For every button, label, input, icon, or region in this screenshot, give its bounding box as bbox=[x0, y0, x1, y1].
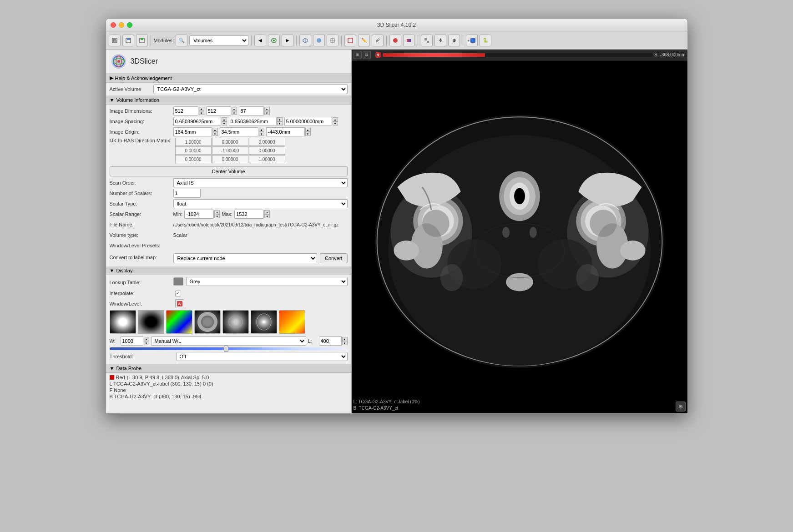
origin-x-down[interactable]: ▼ bbox=[212, 132, 218, 136]
ext-btn1[interactable]: + bbox=[466, 35, 478, 46]
origin-y-down[interactable]: ▼ bbox=[259, 132, 264, 136]
gradient-btn[interactable] bbox=[403, 35, 415, 46]
dim-z-up[interactable]: ▲ bbox=[264, 107, 270, 111]
edit-btn[interactable] bbox=[344, 35, 356, 46]
spacing-x-down[interactable]: ▼ bbox=[222, 121, 227, 125]
origin-y-up[interactable]: ▲ bbox=[259, 128, 264, 132]
preset-color-thumb[interactable] bbox=[166, 310, 192, 334]
spacing-x-up[interactable]: ▲ bbox=[222, 117, 227, 121]
minimize-button[interactable] bbox=[119, 22, 124, 28]
max-down[interactable]: ▼ bbox=[264, 214, 270, 218]
nav-forward-btn[interactable]: ▶ bbox=[282, 35, 293, 46]
min-up[interactable]: ▲ bbox=[214, 210, 220, 214]
dim-x-down[interactable]: ▼ bbox=[199, 111, 204, 115]
preset-ct-thumb[interactable] bbox=[110, 310, 136, 334]
scan-toggle-btn[interactable]: ⊞ bbox=[354, 51, 362, 59]
convert-button[interactable]: Convert bbox=[320, 253, 348, 263]
display-section-header[interactable]: ▼ Display bbox=[106, 266, 351, 275]
save-btn-1[interactable] bbox=[109, 35, 121, 46]
scalar-type-dropdown[interactable]: float bbox=[173, 199, 348, 208]
dim-z-down[interactable]: ▼ bbox=[264, 111, 270, 115]
image-origin-row: Image Origin: ▲▼ ▲▼ ▲▼ bbox=[110, 127, 348, 136]
preset-ct2-thumb[interactable] bbox=[194, 310, 221, 334]
lookup-color-swatch[interactable] bbox=[173, 277, 183, 286]
num-scalars-label: Number of Scalars: bbox=[110, 191, 173, 196]
preset-thermal-thumb[interactable] bbox=[279, 310, 305, 334]
modules-dropdown[interactable]: Volumes bbox=[189, 35, 248, 45]
preset-bone-thumb[interactable] bbox=[138, 310, 164, 334]
dim-y-input[interactable] bbox=[206, 106, 231, 115]
wl-slider-handle[interactable] bbox=[224, 346, 228, 352]
l-up[interactable]: ▲ bbox=[342, 337, 348, 341]
dim-x-up[interactable]: ▲ bbox=[199, 107, 204, 111]
close-button[interactable] bbox=[111, 22, 116, 28]
scan-progress-bar[interactable] bbox=[383, 53, 652, 57]
paint-btn[interactable]: 🖊 bbox=[372, 35, 384, 46]
max-up[interactable]: ▲ bbox=[264, 210, 270, 214]
wl-row: Window/Level: W bbox=[110, 299, 348, 308]
maximize-button[interactable] bbox=[127, 22, 132, 28]
min-down[interactable]: ▼ bbox=[214, 214, 220, 218]
w-value-input[interactable] bbox=[121, 336, 143, 346]
wl-icon[interactable]: W bbox=[175, 299, 184, 308]
spacing-x-input[interactable] bbox=[173, 117, 221, 126]
render-btn[interactable] bbox=[313, 35, 325, 46]
origin-x-up[interactable]: ▲ bbox=[212, 128, 218, 132]
threshold-dropdown[interactable]: Off bbox=[176, 352, 348, 361]
dim-z-input[interactable] bbox=[239, 106, 264, 115]
max-input[interactable] bbox=[234, 210, 264, 219]
center-volume-button[interactable]: Center Volume bbox=[110, 166, 348, 176]
slice-btn1[interactable] bbox=[421, 35, 433, 46]
spacing-z-down[interactable]: ▼ bbox=[333, 121, 338, 125]
color-btn[interactable] bbox=[389, 35, 401, 46]
spacing-z-up[interactable]: ▲ bbox=[333, 117, 338, 121]
origin-z-down[interactable]: ▼ bbox=[305, 132, 311, 136]
preset-chest-thumb[interactable] bbox=[251, 310, 277, 334]
dim-z-field: ▲▼ bbox=[239, 106, 270, 115]
wl-slider[interactable] bbox=[110, 347, 348, 350]
fiducial-btn[interactable] bbox=[327, 35, 338, 46]
dim-y-up[interactable]: ▲ bbox=[232, 107, 237, 111]
origin-z-up[interactable]: ▲ bbox=[305, 128, 311, 132]
num-scalars-row: Number of Scalars: bbox=[110, 189, 348, 198]
data-probe-header[interactable]: ▼ Data Probe bbox=[106, 364, 351, 373]
w-up[interactable]: ▲ bbox=[144, 337, 149, 341]
save-btn-3[interactable] bbox=[136, 35, 148, 46]
min-input[interactable] bbox=[184, 210, 214, 219]
search-icon[interactable]: 🔍 bbox=[176, 35, 187, 46]
lookup-dropdown[interactable]: Grey bbox=[186, 277, 348, 286]
home-btn[interactable] bbox=[268, 35, 280, 46]
active-volume-dropdown[interactable]: TCGA-G2-A3VY_ct bbox=[153, 84, 348, 94]
crosshair-btn[interactable]: ✛ bbox=[434, 35, 446, 46]
nav-back-btn[interactable]: ◀ bbox=[254, 35, 266, 46]
spacing-y-input[interactable] bbox=[229, 117, 277, 126]
crosshair2-btn[interactable]: ⊕ bbox=[448, 35, 460, 46]
dim-x-input[interactable] bbox=[173, 106, 198, 115]
spacing-y-up[interactable]: ▲ bbox=[277, 117, 283, 121]
origin-z-input[interactable] bbox=[266, 127, 305, 136]
python-btn[interactable]: 🐍 bbox=[480, 35, 491, 46]
pencil-btn[interactable]: ✏️ bbox=[358, 35, 370, 46]
spacing-z-input[interactable] bbox=[284, 117, 332, 126]
interpolate-checkbox[interactable]: ✓ bbox=[175, 291, 181, 296]
w-down[interactable]: ▼ bbox=[144, 341, 149, 345]
convert-row: Convert to label map: Replace current no… bbox=[110, 251, 348, 263]
wl-mode-dropdown[interactable]: Manual W/L bbox=[151, 336, 306, 346]
preset-brain-thumb[interactable] bbox=[222, 310, 249, 334]
num-scalars-input[interactable] bbox=[173, 189, 201, 198]
volume-info-header[interactable]: ▼ Volume Information bbox=[106, 96, 351, 105]
origin-y-input[interactable] bbox=[220, 127, 258, 136]
scan-order-dropdown[interactable]: Axial IS bbox=[173, 178, 348, 187]
scan-fit-btn[interactable]: ⊡ bbox=[363, 51, 371, 59]
save-btn-2[interactable] bbox=[122, 35, 134, 46]
spacing-y-down[interactable]: ▼ bbox=[277, 121, 283, 125]
ct-image-area[interactable]: L: TCGA-G2-A3VY_ct-label (0%) B: TCGA-G2… bbox=[352, 60, 687, 413]
l-value-input[interactable] bbox=[319, 336, 342, 346]
origin-x-input[interactable] bbox=[173, 127, 212, 136]
dim-y-down[interactable]: ▼ bbox=[232, 111, 237, 115]
expand-button[interactable]: ⊕ bbox=[676, 402, 686, 412]
l-down[interactable]: ▼ bbox=[342, 341, 348, 345]
3d-view-btn[interactable] bbox=[299, 35, 311, 46]
help-section-header[interactable]: ▶ Help & Acknowledgement bbox=[106, 74, 351, 83]
convert-dropdown[interactable]: Replace current node bbox=[173, 253, 317, 263]
